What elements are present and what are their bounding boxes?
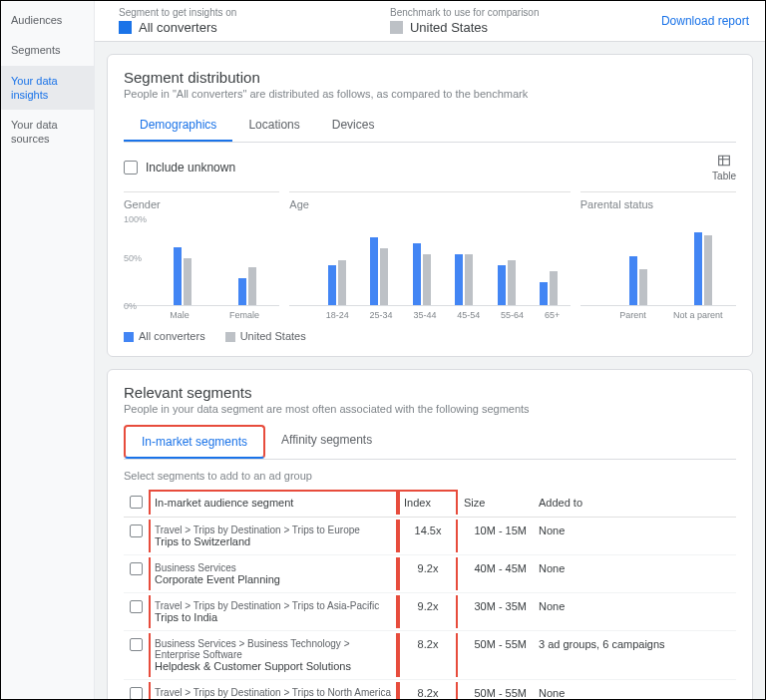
sidebar-item-sources[interactable]: Your data sources	[1, 110, 94, 155]
relevant-segments-card: Relevant segments People in your data se…	[107, 369, 753, 699]
select-all-checkbox[interactable]	[130, 496, 143, 509]
benchmark-label: Benchmark to use for comparison	[390, 7, 661, 18]
row-checkbox[interactable]	[130, 638, 143, 651]
chart-legend: All converters United States	[124, 330, 736, 342]
select-segments-text: Select segments to add to an ad group	[124, 470, 736, 482]
bar	[498, 265, 506, 305]
table-icon	[716, 153, 732, 169]
table-view-button[interactable]: Table	[712, 153, 736, 181]
bar	[413, 243, 421, 305]
chart-age: Age18-2425-3435-4445-5455-6465+	[289, 191, 570, 320]
row-checkbox[interactable]	[130, 687, 143, 699]
relevant-title: Relevant segments	[124, 384, 736, 401]
bar	[184, 258, 192, 305]
download-report-link[interactable]: Download report	[661, 14, 749, 28]
tab-in-market[interactable]: In-market segments	[124, 425, 265, 459]
col-segment: In-market audience segment	[155, 497, 293, 509]
sidebar: Audiences Segments Your data insights Yo…	[1, 1, 95, 699]
sidebar-item-insights[interactable]: Your data insights	[1, 66, 94, 111]
bar	[639, 269, 647, 305]
col-index: Index	[404, 497, 431, 509]
bar	[550, 271, 558, 305]
bar	[694, 232, 702, 305]
segment-label: Segment to get insights on	[119, 7, 390, 18]
bar	[248, 267, 256, 305]
bar	[370, 237, 378, 305]
bar	[465, 254, 473, 305]
benchmark-swatch	[390, 21, 403, 34]
bar	[338, 260, 346, 305]
tab-locations[interactable]: Locations	[232, 110, 315, 142]
benchmark-value[interactable]: United States	[410, 20, 488, 35]
bar	[508, 260, 516, 305]
distribution-card: Segment distribution People in "All conv…	[107, 54, 753, 357]
bar	[540, 282, 548, 305]
bar	[629, 256, 637, 305]
row-checkbox[interactable]	[130, 525, 143, 537]
chart-gender: Gender0%MaleFemale	[124, 191, 279, 320]
topbar: Segment to get insights on All converter…	[95, 1, 765, 42]
distribution-title: Segment distribution	[124, 69, 736, 86]
table-row[interactable]: Travel > Trips by Destination > Trips to…	[124, 593, 736, 631]
chart-parental-status: Parental statusParentNot a parent	[580, 191, 736, 320]
bar	[704, 235, 712, 305]
tab-demographics[interactable]: Demographics	[124, 110, 232, 142]
distribution-subtitle: People in "All converters" are distribut…	[124, 88, 736, 100]
col-added: Added to	[533, 488, 736, 518]
bar	[174, 247, 182, 305]
segment-swatch	[119, 21, 132, 34]
row-checkbox[interactable]	[130, 562, 143, 575]
table-row[interactable]: Travel > Trips by Destination > Trips to…	[124, 518, 736, 555]
bar	[238, 278, 246, 305]
include-unknown-checkbox[interactable]: Include unknown	[124, 161, 235, 175]
col-size: Size	[458, 488, 533, 518]
bar	[380, 248, 388, 305]
sidebar-item-audiences[interactable]: Audiences	[1, 5, 94, 35]
distribution-tabs: Demographics Locations Devices	[124, 110, 736, 143]
bar	[328, 265, 336, 305]
tab-devices[interactable]: Devices	[316, 110, 391, 142]
segments-table: In-market audience segment Index Size Ad…	[124, 488, 736, 699]
bar	[455, 254, 463, 305]
table-row[interactable]: Business ServicesCorporate Event Plannin…	[124, 555, 736, 593]
table-row[interactable]: Business Services > Business Technology …	[124, 631, 736, 680]
row-checkbox[interactable]	[130, 600, 143, 613]
tab-affinity[interactable]: Affinity segments	[265, 425, 388, 459]
relevant-subtitle: People in your data segment are most oft…	[124, 403, 736, 415]
sidebar-item-segments[interactable]: Segments	[1, 35, 94, 65]
bar	[423, 254, 431, 305]
table-row[interactable]: Travel > Trips by Destination > Trips to…	[124, 680, 736, 699]
segment-value[interactable]: All converters	[139, 20, 217, 35]
